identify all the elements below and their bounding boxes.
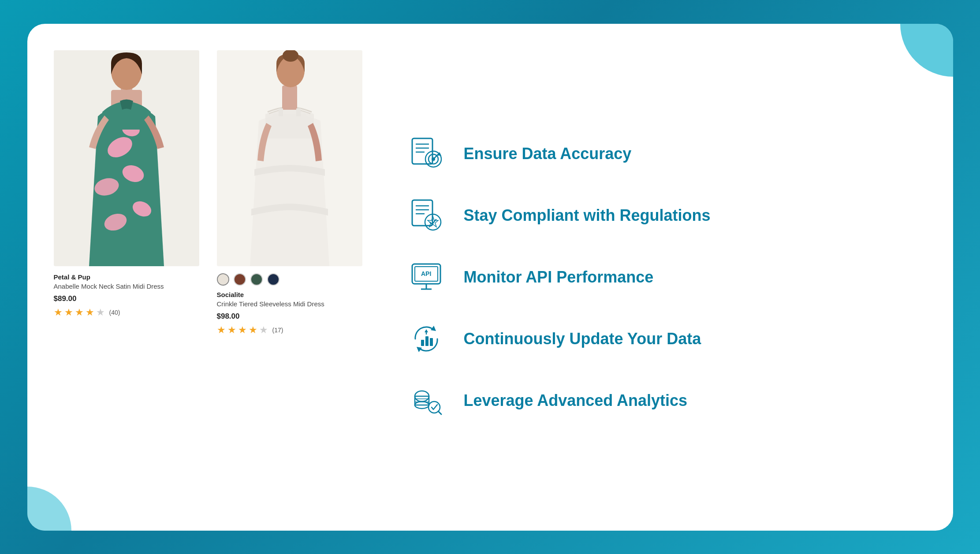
svg-rect-48 [430,338,433,346]
product-image-2[interactable] [217,50,362,266]
product-name-1: Anabelle Mock Neck Satin Midi Dress [54,283,199,290]
feature-update-label: Continuously Update Your Data [464,330,701,348]
svg-rect-18 [282,86,297,110]
feature-api: API Monitor API Performance [406,257,918,297]
star-3: ★ [75,307,84,318]
swatch-navy[interactable] [267,273,279,286]
feature-accuracy-label: Ensure Data Accuracy [464,145,632,163]
svg-rect-22 [279,108,283,116]
svg-text:API: API [421,270,431,277]
product-name-2: Crinkle Tiered Sleeveless Midi Dress [217,300,362,308]
svg-line-57 [438,411,441,414]
api-icon: API [406,257,446,297]
product-image-1[interactable] [54,50,199,266]
product-brand-1: Petal & Pup [54,273,199,281]
feature-compliance-label: Stay Compliant with Regulations [464,206,711,225]
accuracy-icon [406,134,446,174]
svg-rect-23 [296,108,301,116]
star-5: ★ [96,307,105,318]
review-count-1: (40) [109,309,120,316]
svg-marker-50 [425,329,428,332]
product-card-2: Socialite Crinkle Tiered Sleeveless Midi… [217,50,362,336]
feature-update: Continuously Update Your Data [406,319,918,359]
star-2: ★ [64,307,73,318]
star-4: ★ [86,307,94,318]
swatch-green[interactable] [250,273,263,286]
svg-rect-46 [421,340,424,346]
star-1: ★ [54,307,63,318]
star-2: ★ [227,324,236,336]
feature-api-label: Monitor API Performance [464,268,654,286]
feature-analytics: Leverage Advanced Analytics [406,381,918,420]
star-3: ★ [238,324,247,336]
star-1: ★ [217,324,226,336]
feature-analytics-label: Leverage Advanced Analytics [464,391,688,410]
svg-rect-47 [425,336,429,346]
features-section: Ensure Data Accuracy [380,24,953,531]
compliance-icon [406,196,446,235]
product-rating-2: ★ ★ ★ ★ ★ (17) [217,324,362,336]
products-section: Petal & Pup Anabelle Mock Neck Satin Mid… [27,24,380,531]
product-card-1: Petal & Pup Anabelle Mock Neck Satin Mid… [54,50,199,318]
product-swatches-2 [217,273,362,286]
product-rating-1: ★ ★ ★ ★ ★ (40) [54,307,199,318]
svg-rect-24 [412,138,432,164]
product-price-2: $98.00 [217,312,362,321]
feature-compliance: Stay Compliant with Regulations [406,196,918,235]
star-5: ★ [259,324,268,336]
swatch-rust[interactable] [234,273,246,286]
product-brand-2: Socialite [217,291,362,298]
update-icon [406,319,446,359]
analytics-icon [406,381,446,420]
product-price-1: $89.00 [54,294,199,303]
main-card: Petal & Pup Anabelle Mock Neck Satin Mid… [27,24,953,531]
feature-accuracy: Ensure Data Accuracy [406,134,918,174]
review-count-2: (17) [272,327,283,334]
star-4: ★ [249,324,257,336]
swatch-cream[interactable] [217,273,229,286]
